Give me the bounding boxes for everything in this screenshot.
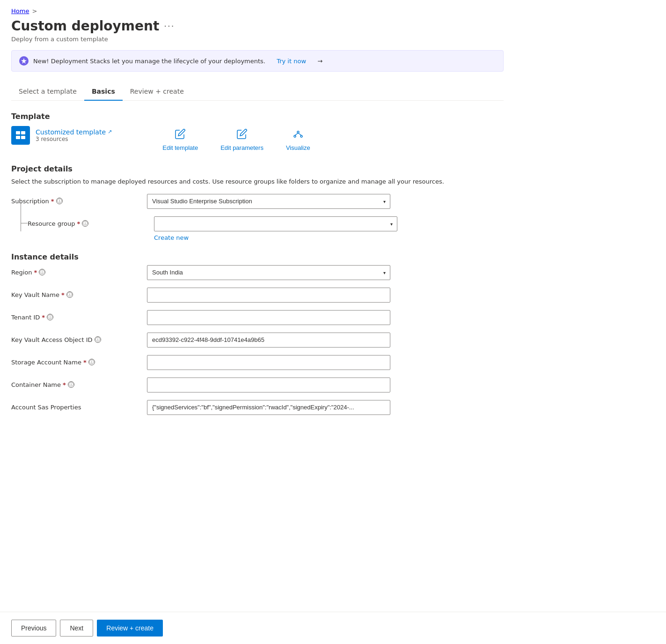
breadcrumb-home[interactable]: Home <box>11 7 29 15</box>
page-title-ellipsis: ··· <box>164 21 175 31</box>
page-subtitle: Deploy from a custom template <box>11 36 504 43</box>
project-details-section: Project details Select the subscription … <box>11 164 504 241</box>
tenant-id-input[interactable] <box>147 310 390 325</box>
tab-bar: Select a template Basics Review + create <box>11 83 504 101</box>
bottom-bar: Previous Next Review + create <box>0 612 666 644</box>
storage-account-name-input[interactable] <box>147 355 390 370</box>
tenant-id-label: Tenant ID * ⓘ <box>11 310 147 321</box>
template-link[interactable]: Customized template ↗ <box>36 128 112 136</box>
resource-group-info-icon[interactable]: ⓘ <box>82 220 88 227</box>
template-section-title: Template <box>11 112 504 121</box>
tenant-id-group: Tenant ID * ⓘ <box>11 310 504 325</box>
region-info-icon[interactable]: ⓘ <box>39 269 45 275</box>
project-details-title: Project details <box>11 164 504 173</box>
key-vault-access-object-id-input[interactable] <box>147 333 390 348</box>
edit-parameters-icon <box>234 126 249 141</box>
container-name-control <box>147 378 390 392</box>
storage-account-name-label: Storage Account Name * ⓘ <box>11 355 147 366</box>
region-label: Region * ⓘ <box>11 265 147 276</box>
svg-line-7 <box>295 133 298 135</box>
account-sas-properties-label: Account Sas Properties <box>11 400 147 411</box>
key-vault-access-object-id-group: Key Vault Access Object ID ⓘ <box>11 333 504 348</box>
template-resources: 3 resources <box>36 136 112 142</box>
visualize-button[interactable]: Visualize <box>282 125 314 153</box>
instance-details-section: Instance details Region * ⓘ South India … <box>11 252 504 415</box>
resource-group-control: ▾ Create new <box>154 216 397 241</box>
notification-text: New! Deployment Stacks let you manage th… <box>33 58 265 65</box>
notification-arrow: → <box>317 58 322 65</box>
template-actions: Edit template Edit parameters <box>159 125 314 153</box>
resource-group-required: * <box>77 220 81 227</box>
template-icon <box>11 126 30 145</box>
external-link-icon: ↗ <box>108 129 112 135</box>
storage-account-name-group: Storage Account Name * ⓘ <box>11 355 504 370</box>
key-vault-name-input[interactable] <box>147 288 390 303</box>
previous-button[interactable]: Previous <box>11 620 56 637</box>
svg-rect-1 <box>21 131 25 134</box>
account-sas-properties-control <box>147 400 390 415</box>
subscription-label: Subscription * ⓘ <box>11 194 147 205</box>
svg-point-5 <box>294 135 296 137</box>
container-name-input[interactable] <box>147 378 390 392</box>
region-select-wrapper: South India ▾ <box>147 265 390 280</box>
resource-group-select-wrapper: ▾ <box>154 216 397 231</box>
edit-parameters-button[interactable]: Edit parameters <box>217 125 267 153</box>
tab-review-create[interactable]: Review + create <box>123 83 191 101</box>
account-sas-properties-group: Account Sas Properties <box>11 400 504 415</box>
project-description: Select the subscription to manage deploy… <box>11 177 504 186</box>
key-vault-access-object-id-info-icon[interactable]: ⓘ <box>95 336 101 343</box>
subscription-required: * <box>51 198 54 205</box>
review-create-button[interactable]: Review + create <box>97 620 163 637</box>
account-sas-properties-input[interactable] <box>147 400 390 415</box>
svg-rect-0 <box>16 131 20 134</box>
instance-details-title: Instance details <box>11 252 504 261</box>
tab-basics[interactable]: Basics <box>84 83 123 101</box>
subscription-select-wrapper: Visual Studio Enterprise Subscription ▾ <box>147 194 390 209</box>
container-name-label: Container Name * ⓘ <box>11 378 147 388</box>
page-title: Custom deployment ··· <box>11 18 504 34</box>
breadcrumb: Home > <box>11 7 504 15</box>
svg-point-6 <box>300 135 302 137</box>
key-vault-access-object-id-control <box>147 333 390 348</box>
resource-group-label: Resource group * ⓘ <box>28 216 154 227</box>
container-name-info-icon[interactable]: ⓘ <box>68 381 74 388</box>
tenant-id-control <box>147 310 390 325</box>
visualize-icon <box>291 126 306 141</box>
notification-icon <box>19 56 29 66</box>
subscription-select[interactable]: Visual Studio Enterprise Subscription <box>147 194 390 209</box>
key-vault-name-label: Key Vault Name * ⓘ <box>11 288 147 298</box>
tenant-id-info-icon[interactable]: ⓘ <box>47 314 53 320</box>
template-card: Customized template ↗ 3 resources <box>11 126 112 145</box>
next-button[interactable]: Next <box>60 620 93 637</box>
subscription-info-icon[interactable]: ⓘ <box>56 198 63 204</box>
storage-account-name-control <box>147 355 390 370</box>
tab-select-template[interactable]: Select a template <box>11 83 84 101</box>
key-vault-name-control <box>147 288 390 303</box>
storage-account-name-info-icon[interactable]: ⓘ <box>88 359 95 365</box>
breadcrumb-separator: > <box>32 7 37 15</box>
key-vault-name-group: Key Vault Name * ⓘ <box>11 288 504 303</box>
edit-template-icon <box>173 126 188 141</box>
template-info: Customized template ↗ 3 resources <box>36 128 112 142</box>
svg-line-8 <box>298 133 301 135</box>
key-vault-access-object-id-label: Key Vault Access Object ID ⓘ <box>11 333 147 343</box>
svg-point-4 <box>297 131 299 133</box>
resource-group-select[interactable] <box>154 216 397 231</box>
region-select[interactable]: South India <box>147 265 390 280</box>
region-group: Region * ⓘ South India ▾ <box>11 265 504 280</box>
create-new-link[interactable]: Create new <box>154 234 189 241</box>
template-section: Template Customized template ↗ <box>11 112 504 153</box>
subscription-group: Subscription * ⓘ Visual Studio Enterpris… <box>11 194 504 209</box>
svg-rect-3 <box>21 136 25 139</box>
region-control: South India ▾ <box>147 265 390 280</box>
edit-template-button[interactable]: Edit template <box>159 125 202 153</box>
resource-group-row: Resource group * ⓘ ▾ Create new <box>11 216 504 241</box>
notification-bar: New! Deployment Stacks let you manage th… <box>11 50 504 72</box>
subscription-control: Visual Studio Enterprise Subscription ▾ <box>147 194 390 209</box>
container-name-group: Container Name * ⓘ <box>11 378 504 392</box>
svg-rect-2 <box>16 136 20 139</box>
key-vault-name-info-icon[interactable]: ⓘ <box>66 291 73 298</box>
notification-link[interactable]: Try it now <box>277 58 306 65</box>
